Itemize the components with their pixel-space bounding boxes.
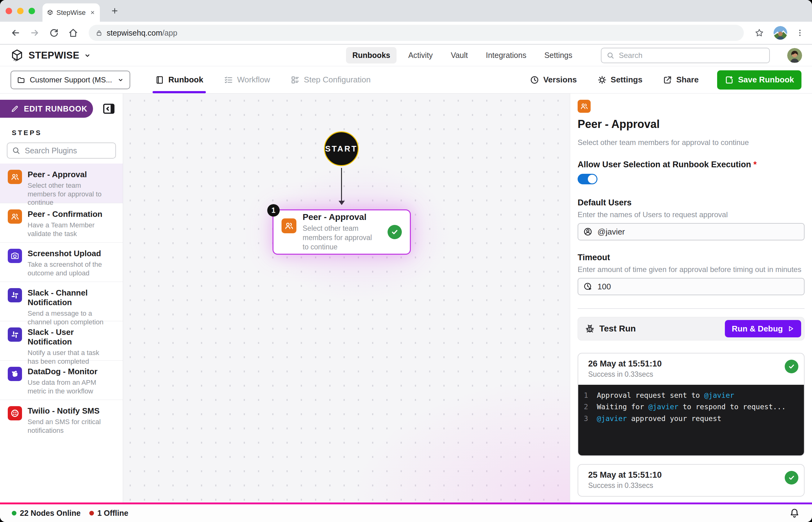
log-line: 1Approval request sent to @javier bbox=[584, 390, 798, 401]
bug-icon bbox=[585, 324, 595, 334]
plugin-item-twilio-notify-sms[interactable]: Twilio - Notify SMS Send an SMS for crit… bbox=[0, 400, 123, 439]
plugin-item-peer-confirmation[interactable]: Peer - Confirmation Have a Team Member v… bbox=[0, 203, 123, 242]
plugin-name: Slack - Channel Notification bbox=[27, 288, 118, 307]
timeout-field[interactable] bbox=[578, 278, 805, 295]
new-tab-icon[interactable] bbox=[110, 6, 119, 15]
default-users-input[interactable] bbox=[597, 227, 799, 237]
inspector-subtitle: Select other team members for approval t… bbox=[578, 138, 805, 147]
browser-profile-avatar[interactable] bbox=[774, 26, 787, 40]
runbook-toolbar: Customer Support (MS... Runbook Workflow… bbox=[0, 66, 812, 94]
run-log-terminal[interactable]: 1Approval request sent to @javier2Waitin… bbox=[578, 385, 804, 456]
stepwise-logo[interactable]: STEPWISE bbox=[10, 48, 91, 63]
tab-workflow[interactable]: Workflow bbox=[224, 66, 270, 93]
plugin-search-input[interactable] bbox=[24, 146, 111, 156]
browser-menu-icon[interactable] bbox=[795, 28, 805, 38]
plugin-item-peer-approval[interactable]: Peer - Approval Select other team member… bbox=[0, 164, 123, 203]
default-users-field[interactable] bbox=[578, 223, 805, 240]
folder-icon bbox=[17, 76, 25, 84]
log-text: approved your request bbox=[627, 415, 721, 423]
bookmark-star-icon[interactable] bbox=[754, 28, 764, 38]
app-header: STEPWISE RunbooksActivityVaultIntegratio… bbox=[0, 45, 812, 66]
browser-tab[interactable]: StepWise bbox=[42, 3, 100, 22]
nav-item-activity[interactable]: Activity bbox=[402, 47, 439, 63]
step-node-peer-approval[interactable]: 1 Peer - Approval Select other team memb… bbox=[272, 209, 411, 255]
nav-item-vault[interactable]: Vault bbox=[445, 47, 474, 63]
log-user-mention: @javier bbox=[648, 403, 678, 411]
back-icon[interactable] bbox=[10, 27, 21, 38]
plugin-item-slack-user-notification[interactable]: Slack - User Notification Notify a user … bbox=[0, 321, 123, 360]
chevron-down-icon bbox=[117, 77, 124, 83]
log-line-number: 3 bbox=[584, 413, 592, 424]
default-users-helper: Enter the names of Users to request appr… bbox=[578, 210, 805, 219]
user-avatar[interactable] bbox=[787, 48, 802, 63]
timeout-input[interactable] bbox=[597, 282, 799, 292]
log-line: 2Waiting for @javier to respond to reque… bbox=[584, 401, 798, 413]
log-line: 3@javier approved your request bbox=[584, 413, 798, 424]
edit-runbook-button[interactable]: EDIT RUNBOOK bbox=[0, 100, 93, 118]
global-search-input[interactable] bbox=[618, 51, 764, 60]
run-history-card[interactable]: 25 May at 15:51:10 Success in 0.33secs bbox=[578, 464, 805, 497]
checklist-icon bbox=[224, 75, 233, 85]
step-node-title: Peer - Approval bbox=[303, 212, 377, 222]
refresh-icon[interactable] bbox=[49, 27, 59, 38]
tab-step-configuration[interactable]: Step Configuration bbox=[291, 66, 370, 93]
tab-runbook[interactable]: Runbook bbox=[155, 66, 204, 93]
allow-user-selection-toggle[interactable] bbox=[578, 174, 597, 184]
url-text: stepwisehq.com/app bbox=[107, 28, 177, 38]
nodes-online-label: 22 Nodes Online bbox=[20, 509, 81, 518]
status-bar: 22 Nodes Online 1 Offline bbox=[0, 504, 812, 522]
save-runbook-button[interactable]: Save Runbook bbox=[717, 70, 801, 89]
twilio-icon bbox=[8, 406, 22, 420]
address-bar[interactable]: stepwisehq.com/app bbox=[89, 25, 744, 41]
timeout-label: Timeout bbox=[578, 253, 805, 262]
toggle-knob bbox=[588, 175, 597, 183]
app-title: STEPWISE bbox=[28, 50, 79, 61]
nav-item-integrations[interactable]: Integrations bbox=[480, 47, 533, 63]
camera-icon bbox=[8, 249, 22, 263]
layout-list-icon bbox=[291, 75, 300, 85]
toolbar-actions: Versions Settings Share Save Runbook bbox=[528, 66, 801, 93]
step-success-check-icon bbox=[388, 225, 402, 239]
window-minimize-icon[interactable] bbox=[17, 8, 23, 14]
run-status: Success in 0.33secs bbox=[588, 481, 797, 490]
runbook-selector[interactable]: Customer Support (MS... bbox=[11, 71, 130, 89]
plugin-name: DataDog - Monitor bbox=[27, 367, 105, 376]
settings-button[interactable]: Settings bbox=[596, 75, 644, 85]
plugin-name: Screenshot Upload bbox=[27, 249, 105, 258]
nav-item-settings[interactable]: Settings bbox=[538, 47, 579, 63]
plugin-item-slack-channel-notification[interactable]: Slack - Channel Notification Send a mess… bbox=[0, 282, 123, 321]
tab-title: StepWise bbox=[56, 9, 86, 17]
notifications-bell-icon[interactable] bbox=[789, 507, 800, 519]
inspector-title: Peer - Approval bbox=[578, 118, 805, 131]
log-text: to respond to request... bbox=[678, 403, 786, 411]
versions-button[interactable]: Versions bbox=[528, 75, 579, 85]
run-history-card[interactable]: 26 May at 15:51:10 Success in 0.33secs 1… bbox=[578, 353, 805, 456]
plugin-item-datadog-monitor[interactable]: DataDog - Monitor Use data from an APM m… bbox=[0, 360, 123, 400]
run-debug-button[interactable]: Run & Debug bbox=[725, 320, 801, 337]
run-date: 26 May at 15:51:10 bbox=[588, 359, 797, 369]
browser-toolbar: stepwisehq.com/app bbox=[0, 22, 812, 45]
forward-icon[interactable] bbox=[30, 27, 40, 38]
plugin-desc: Send a message to a channel upon complet… bbox=[27, 309, 105, 326]
plugin-item-screenshot-upload[interactable]: Screenshot Upload Take a screenshot of t… bbox=[0, 242, 123, 282]
home-icon[interactable] bbox=[68, 27, 78, 38]
runbook-view-tabs: Runbook Workflow Step Configuration bbox=[155, 66, 370, 93]
tab-close-icon[interactable] bbox=[90, 9, 96, 16]
slack-icon bbox=[8, 327, 22, 342]
collapse-sidebar-icon[interactable] bbox=[102, 102, 116, 116]
window-close-icon[interactable] bbox=[5, 8, 12, 14]
plugin-list: Peer - Approval Select other team member… bbox=[0, 164, 123, 439]
plugin-desc: Use data from an APM metric in the workf… bbox=[27, 378, 105, 395]
browser-window: StepWise stepwisehq.com/app bbox=[0, 0, 812, 522]
global-search[interactable] bbox=[601, 48, 770, 63]
browser-tab-strip: StepWise bbox=[0, 0, 812, 22]
plugin-desc: Notify a user that a task has been compl… bbox=[27, 348, 105, 365]
step-inspector-panel: Peer - Approval Select other team member… bbox=[570, 94, 812, 502]
share-button[interactable]: Share bbox=[661, 75, 700, 85]
user-circle-icon bbox=[583, 227, 593, 236]
nav-item-runbooks[interactable]: Runbooks bbox=[346, 47, 396, 63]
plugin-search[interactable] bbox=[7, 142, 116, 159]
window-zoom-icon[interactable] bbox=[28, 8, 35, 14]
start-node[interactable]: START bbox=[324, 132, 359, 166]
workflow-canvas[interactable]: START 1 Peer - Approval Select other tea… bbox=[123, 94, 570, 502]
